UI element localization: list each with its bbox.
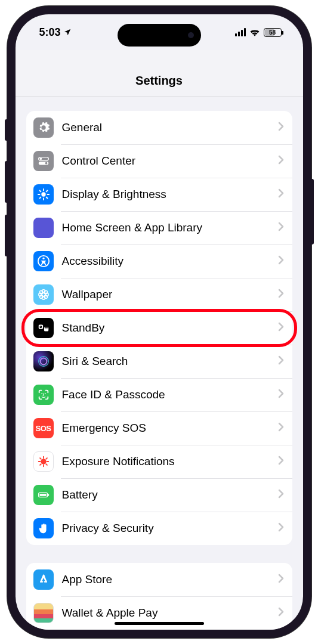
settings-row-standby[interactable]: StandBy	[26, 311, 292, 345]
chevron-right-icon	[278, 574, 284, 586]
battery-level: 58	[269, 29, 276, 36]
svg-point-3	[45, 162, 47, 165]
screen: 5:03 58 Settings GeneralControl CenterDi…	[16, 14, 303, 630]
page-title: Settings	[16, 50, 303, 97]
row-label: Face ID & Passcode	[62, 388, 278, 401]
settings-row-accessibility[interactable]: Accessibility	[26, 244, 292, 278]
wallet-icon	[33, 603, 54, 623]
chevron-right-icon	[278, 456, 284, 467]
svg-point-28	[40, 358, 47, 365]
status-time: 5:03	[39, 26, 61, 39]
battery-icon	[33, 485, 54, 505]
settings-row-control-center[interactable]: Control Center	[26, 144, 292, 178]
svg-line-38	[46, 464, 47, 465]
chevron-right-icon	[278, 222, 284, 234]
row-label: Emergency SOS	[62, 422, 278, 435]
dynamic-island	[118, 24, 201, 47]
row-label: StandBy	[62, 321, 278, 335]
faceid-icon	[33, 385, 54, 405]
settings-row-siri[interactable]: Siri & Search	[26, 345, 292, 378]
chevron-right-icon	[278, 322, 284, 334]
sos-icon: SOS	[33, 418, 54, 438]
chevron-right-icon	[278, 489, 284, 501]
wifi-icon	[249, 28, 260, 36]
settings-list: GeneralControl CenterDisplay & Brightnes…	[16, 97, 303, 630]
settings-row-battery[interactable]: Battery	[26, 478, 292, 512]
svg-line-9	[39, 190, 41, 191]
location-icon	[63, 28, 72, 36]
chevron-right-icon	[278, 355, 284, 367]
exposure-icon	[33, 451, 54, 472]
chevron-right-icon	[278, 522, 284, 534]
row-label: Control Center	[62, 154, 278, 168]
standby-icon	[33, 318, 54, 338]
chevron-right-icon	[278, 122, 284, 134]
appstore-icon	[33, 569, 54, 590]
accessibility-icon	[33, 251, 54, 271]
chevron-right-icon	[278, 155, 284, 167]
chevron-right-icon	[278, 188, 284, 200]
svg-point-32	[41, 459, 46, 464]
svg-line-10	[46, 197, 47, 199]
svg-line-37	[40, 458, 41, 459]
settings-row-wallpaper[interactable]: Wallpaper	[26, 278, 292, 311]
svg-point-14	[42, 258, 44, 259]
home-indicator[interactable]	[115, 622, 204, 625]
svg-point-4	[41, 192, 45, 196]
row-label: Home Screen & App Library	[62, 221, 278, 234]
svg-rect-42	[39, 494, 46, 496]
chevron-right-icon	[278, 289, 284, 301]
settings-row-appstore[interactable]: App Store	[26, 563, 292, 596]
svg-line-11	[39, 197, 41, 199]
display-icon	[33, 184, 54, 205]
settings-row-general[interactable]: General	[26, 111, 292, 144]
svg-point-31	[44, 393, 45, 394]
row-label: Battery	[62, 488, 278, 501]
settings-row-privacy[interactable]: Privacy & Security	[26, 512, 292, 545]
row-label: Display & Brightness	[62, 188, 278, 201]
row-label: Siri & Search	[62, 355, 278, 368]
svg-line-39	[40, 464, 41, 465]
cellular-icon	[235, 28, 246, 36]
row-label: Wallet & Apple Pay	[62, 606, 278, 620]
svg-line-40	[46, 458, 47, 459]
general-icon	[33, 117, 54, 138]
row-label: Privacy & Security	[62, 522, 278, 535]
row-label: Exposure Notifications	[62, 455, 278, 468]
row-label: General	[62, 121, 278, 134]
svg-rect-43	[48, 494, 49, 496]
svg-point-1	[39, 158, 42, 160]
privacy-icon	[33, 518, 54, 538]
chevron-right-icon	[278, 607, 284, 619]
chevron-right-icon	[278, 255, 284, 267]
row-label: Wallpaper	[62, 288, 278, 301]
row-label: App Store	[62, 573, 278, 586]
settings-row-exposure[interactable]: Exposure Notifications	[26, 445, 292, 478]
svg-line-12	[46, 190, 47, 191]
row-label: Accessibility	[62, 255, 278, 268]
home-screen-icon	[33, 218, 54, 238]
control-center-icon	[33, 151, 54, 171]
chevron-right-icon	[278, 422, 284, 434]
battery-icon: 58	[264, 28, 282, 37]
settings-group: GeneralControl CenterDisplay & Brightnes…	[26, 111, 292, 545]
chevron-right-icon	[278, 389, 284, 401]
phone-frame: 5:03 58 Settings GeneralControl CenterDi…	[7, 6, 311, 638]
settings-row-sos[interactable]: SOSEmergency SOS	[26, 411, 292, 445]
settings-group: App StoreWallet & Apple Pay	[26, 563, 292, 630]
settings-row-faceid[interactable]: Face ID & Passcode	[26, 378, 292, 411]
settings-row-home-screen[interactable]: Home Screen & App Library	[26, 211, 292, 244]
svg-point-30	[41, 393, 42, 394]
siri-icon	[33, 351, 54, 371]
svg-rect-27	[44, 327, 48, 328]
wallpaper-icon	[33, 284, 54, 305]
settings-row-display[interactable]: Display & Brightness	[26, 178, 292, 211]
